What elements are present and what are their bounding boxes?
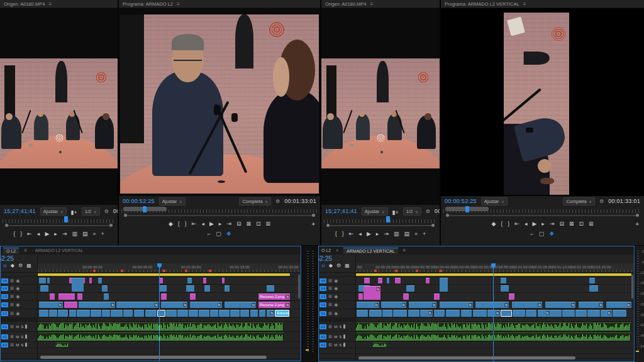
timeline-clip[interactable] [111,310,123,317]
timeline-clip[interactable] [395,278,401,283]
track-header-A4[interactable] [319,348,355,354]
track-lane-A3[interactable] [38,342,301,348]
zoom-dropdown[interactable]: 1/2∨ [403,207,421,216]
toggle-track-output-icon[interactable]: ◉ [334,278,338,283]
track-lane-V4[interactable] [38,285,301,293]
track-header-V5[interactable]: V5⊞◉ [319,277,355,285]
timeline-clip[interactable] [473,310,487,317]
add-frame-icon[interactable]: + [396,209,399,216]
timeline-clip[interactable] [77,293,82,300]
settings-icon[interactable]: ⚙ [336,263,341,268]
track-lane-V2[interactable]: fxfxfxfxfxfxRecurso 2.pngfx [38,301,301,309]
track-header-A3[interactable]: A3⊞MS [319,342,355,348]
play-icon[interactable]: ▶ [532,221,536,227]
panel-menu-icon[interactable]: ≡ [24,248,27,253]
track-target-chip[interactable]: V2 [319,302,326,307]
source-video-viewport[interactable] [321,8,440,205]
timeline-clip[interactable]: fx [512,302,543,308]
sequence-marker[interactable] [209,270,211,272]
timeline-clip[interactable] [562,310,575,317]
horizontal-scrollbar[interactable] [358,356,575,359]
track-lane-V1[interactable]: fxEducac... [38,309,301,318]
tab-scroll-left-icon[interactable]: « [336,248,338,253]
step-forward-icon[interactable]: ▸ [376,231,379,237]
track-lane-area[interactable]: 00:00:30:0000:00:45:0000:01:00:0000:01:1… [38,255,301,361]
step-forward-icon[interactable]: ▸ [219,221,222,227]
timeline-clip[interactable] [39,310,48,317]
safe-margins-icon[interactable]: ▢ [539,231,545,237]
timeline-clip[interactable]: Recurso 2.pngfx [258,293,290,300]
track-target-chip[interactable]: V1 [1,311,8,316]
timeline-clip[interactable] [58,293,74,300]
timeline-timecode[interactable]: 00:00:52:25 [319,255,355,262]
timeline-clip[interactable] [589,278,595,283]
mark-in-icon[interactable]: { [178,221,180,227]
track-header-V2[interactable]: V2⊞◉ [1,301,37,309]
timeline-clip[interactable] [589,285,597,292]
zoom-scrollbar[interactable] [324,223,437,228]
toggle-track-output-icon[interactable]: ◉ [334,286,338,291]
track-lane-V4[interactable] [356,285,634,293]
toggle-track-output-icon[interactable]: ◉ [16,311,19,316]
panel-menu-icon[interactable]: ≡ [523,1,526,7]
vertical-scrollbar[interactable] [298,275,300,299]
timeline-clip[interactable]: fx [475,302,509,308]
sequence-marker[interactable] [416,270,418,272]
export-frame-icon[interactable]: ⊡ [579,221,584,227]
timeline-clip[interactable] [104,293,109,300]
quality-dropdown[interactable]: Completa∨ [239,197,271,206]
playhead-handle[interactable] [465,206,469,212]
track-lane-A4[interactable] [38,348,301,354]
horizontal-scrollbar[interactable] [40,356,266,359]
timeline-clip[interactable] [364,278,370,283]
timeline-clip[interactable] [408,310,419,317]
add-marker-icon[interactable]: ◆ [491,221,496,227]
track-lane-A4[interactable] [356,348,634,354]
track-lane-V3[interactable]: fx [356,293,634,301]
settings-icon[interactable]: ⚙ [426,209,430,214]
track-header-V3[interactable]: V3⊞◉ [1,293,37,301]
track-header-A1[interactable]: A1⊞MS [1,322,37,332]
solo-button[interactable]: S [21,335,23,339]
play-icon[interactable]: ▶ [367,231,371,237]
fit-dropdown[interactable]: Ajustar∨ [362,207,388,216]
mark-in-icon[interactable]: { [335,231,337,237]
track-header-V5[interactable]: V5⊞◉ [1,277,37,285]
timeline-clip[interactable] [357,310,368,317]
audio-clip-waveform[interactable] [38,332,284,341]
track-lane-V6[interactable] [38,273,301,277]
panel-menu-icon[interactable]: ≡ [370,1,373,7]
track-header-A5[interactable] [1,354,37,359]
sync-lock-icon[interactable]: ⊞ [10,343,14,348]
drag-av-icon[interactable]: ❖ [226,231,231,237]
timeline-clip[interactable] [406,285,414,292]
timeline-clip[interactable] [426,278,430,283]
playhead[interactable] [159,263,160,361]
timeline-clip[interactable] [446,310,460,317]
playhead-handle[interactable] [64,216,68,222]
timeline-clip[interactable] [69,310,76,317]
track-target-chip[interactable]: A2 [1,334,8,339]
button-editor-icon[interactable]: + [101,231,104,237]
settings-icon[interactable]: ⚙ [104,209,109,214]
track-header-A2[interactable]: A2⊞MS [319,332,355,342]
timeline-clip[interactable] [230,310,240,317]
panel-menu-icon[interactable]: ≡ [403,248,406,253]
step-back-icon[interactable]: ◂ [525,221,528,227]
mute-button[interactable]: M [16,343,19,347]
timeline-clip[interactable] [49,310,57,317]
timeline-clip[interactable] [190,293,195,300]
more-icon[interactable]: » [92,231,96,237]
track-header-V4[interactable]: V4⊞◉ [319,285,355,293]
sync-lock-icon[interactable]: ⊞ [328,294,332,299]
sync-lock-icon[interactable]: ⊞ [328,278,332,283]
trim-icon[interactable]: ⌐ [208,231,211,237]
source-time-ruler[interactable] [324,216,437,223]
play-icon[interactable]: ▶ [209,221,214,227]
timeline-clip[interactable] [461,310,472,317]
toggle-track-output-icon[interactable]: ◉ [16,286,19,291]
timeline-clip[interactable]: fx [545,302,576,308]
step-back-icon[interactable]: ◂ [358,231,362,237]
tab-armado-l2-vertical[interactable]: ARMADO L2 VERTICAL [32,248,87,253]
timeline-clip[interactable]: Recurso 2.pngfx [258,302,290,308]
